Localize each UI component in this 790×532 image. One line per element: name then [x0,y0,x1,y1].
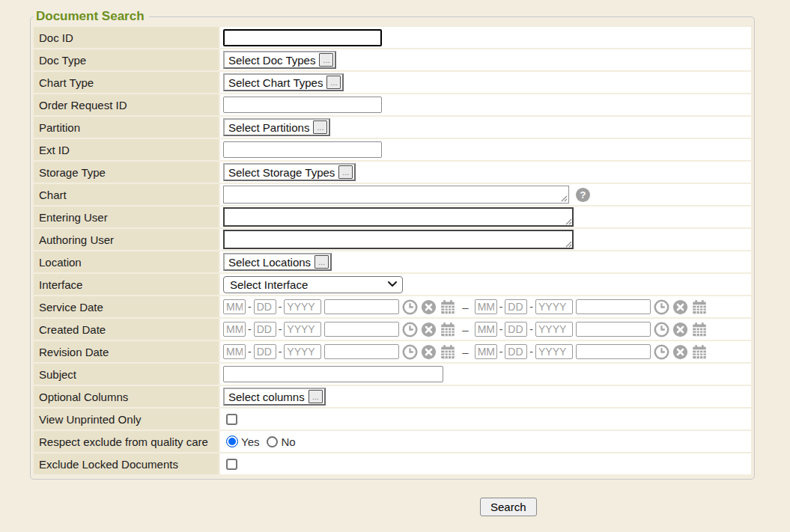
time-input[interactable] [324,299,399,314]
row-subject: Subject [34,364,751,385]
order-request-id-label: Order Request ID [34,94,219,115]
calendar-icon[interactable] [691,344,708,360]
clock-icon[interactable] [402,344,418,360]
view-unprinted-only-checkbox[interactable] [226,414,237,425]
authoring-user-label: Authoring User [34,229,219,250]
clear-circle-icon[interactable] [672,344,688,360]
day-input[interactable] [254,322,276,337]
row-partition: Partition Select Partitions ... [34,117,751,138]
location-picker[interactable]: Select Locations ... [223,253,332,271]
chart-type-picker[interactable]: Select Chart Types ... [223,73,344,91]
date-separator: - [279,346,282,358]
question-mark-icon[interactable]: ? [576,188,590,202]
date-separator: - [529,323,533,335]
optional-columns-label: Optional Columns [34,386,219,407]
day-input[interactable] [505,299,527,314]
chart-type-picker-text: Select Chart Types [228,76,323,89]
clock-icon[interactable] [654,344,669,360]
location-browse-button[interactable]: ... [315,255,329,269]
partition-browse-button[interactable]: ... [313,120,327,134]
year-input[interactable] [535,299,573,314]
day-input[interactable] [505,322,527,337]
date-separator: - [279,301,282,313]
ext-id-input[interactable] [223,141,382,158]
created-date-start: - - [223,322,456,337]
year-input[interactable] [535,322,573,337]
day-input[interactable] [505,344,527,359]
time-input[interactable] [324,344,399,359]
row-ext-id: Ext ID [34,139,751,160]
clear-circle-icon[interactable] [421,299,437,315]
row-doc-type: Doc Type Select Doc Types ... [34,49,751,70]
service-date-end: - - [475,299,708,315]
row-chart: Chart ? [34,184,751,205]
subject-input[interactable] [223,366,443,382]
clock-icon[interactable] [402,322,418,337]
optional-columns-picker-text: Select columns [228,391,305,403]
storage-type-browse-button[interactable]: ... [338,165,353,179]
month-input[interactable] [223,322,246,337]
chart-type-browse-button[interactable]: ... [326,76,341,89]
clock-icon[interactable] [654,322,669,337]
doc-type-browse-button[interactable]: ... [319,53,333,67]
month-input[interactable] [475,344,497,359]
time-input[interactable] [576,299,651,314]
subject-label: Subject [34,364,219,385]
row-storage-type: Storage Type Select Storage Types ... [34,162,751,183]
month-input[interactable] [223,344,246,359]
time-input[interactable] [324,322,399,337]
optional-columns-picker[interactable]: Select columns ... [223,388,326,406]
row-created-date: Created Date - - – [34,319,751,340]
year-input[interactable] [284,344,321,359]
range-dash: – [462,301,468,314]
row-location: Location Select Locations ... [34,251,751,272]
partition-picker[interactable]: Select Partitions ... [223,118,330,136]
doc-type-picker-text: Select Doc Types [228,54,315,67]
month-input[interactable] [475,299,497,314]
storage-type-picker[interactable]: Select Storage Types ... [223,163,356,181]
year-input[interactable] [284,322,321,337]
entering-user-label: Entering User [34,207,219,227]
month-input[interactable] [475,322,497,337]
row-authoring-user: Authoring User [34,229,751,250]
respect-exclude-no-radio[interactable] [267,436,278,447]
time-input[interactable] [576,322,651,337]
clear-circle-icon[interactable] [672,299,688,315]
entering-user-textarea[interactable] [223,207,574,227]
resize-handle-icon[interactable] [561,195,568,202]
doc-id-input[interactable] [223,29,382,46]
row-service-date: Service Date - - – [34,296,751,317]
day-input[interactable] [254,299,276,314]
date-separator: - [529,346,533,358]
resize-handle-icon[interactable] [565,218,572,225]
interface-select[interactable]: Select Interface [223,276,403,293]
chart-textarea[interactable] [223,186,569,204]
calendar-icon[interactable] [440,322,456,337]
clock-icon[interactable] [402,299,418,315]
order-request-id-input[interactable] [223,97,382,113]
calendar-icon[interactable] [691,322,708,337]
exclude-locked-checkbox[interactable] [226,459,237,470]
year-input[interactable] [284,299,321,314]
search-fields-table: Doc ID Doc Type Select Doc Types ... Cha… [32,25,753,476]
clear-circle-icon[interactable] [672,322,688,337]
resize-handle-icon[interactable] [565,241,572,248]
year-input[interactable] [535,344,573,359]
row-doc-id: Doc ID [34,27,751,48]
day-input[interactable] [254,344,276,359]
yes-radio-label: Yes [241,435,259,448]
clear-circle-icon[interactable] [421,322,437,337]
clear-circle-icon[interactable] [421,344,437,360]
authoring-user-textarea[interactable] [223,230,574,249]
calendar-icon[interactable] [440,344,456,360]
date-separator: - [248,346,252,358]
month-input[interactable] [223,299,246,314]
calendar-icon[interactable] [691,299,708,315]
time-input[interactable] [576,344,651,359]
search-button[interactable]: Search [480,498,537,516]
clock-icon[interactable] [654,299,669,315]
doc-type-picker[interactable]: Select Doc Types ... [223,51,336,69]
respect-exclude-yes-radio[interactable] [226,435,238,447]
optional-columns-browse-button[interactable]: ... [309,390,323,403]
calendar-icon[interactable] [440,299,456,315]
